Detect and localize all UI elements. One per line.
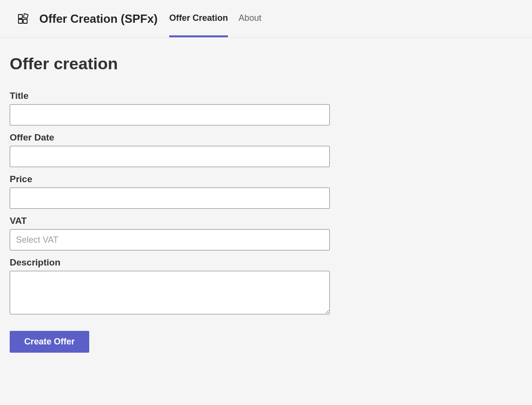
main-content: Offer creation Title Offer Date Price VA… <box>0 38 532 369</box>
app-title: Offer Creation (SPFx) <box>39 12 158 26</box>
price-label: Price <box>10 174 522 185</box>
form-group-price: Price <box>10 174 522 209</box>
app-extension-icon <box>17 13 29 25</box>
tab-offer-creation[interactable]: Offer Creation <box>169 0 228 37</box>
page-title: Offer creation <box>10 54 522 73</box>
create-offer-button[interactable]: Create Offer <box>10 331 89 353</box>
form-group-title: Title <box>10 91 522 125</box>
form-group-offer-date: Offer Date <box>10 132 522 167</box>
form-group-description: Description <box>10 257 522 316</box>
offer-date-label: Offer Date <box>10 132 522 143</box>
description-label: Description <box>10 257 522 268</box>
svg-rect-2 <box>23 19 27 23</box>
title-input[interactable] <box>10 104 330 125</box>
description-textarea[interactable] <box>10 271 330 314</box>
offer-date-input[interactable] <box>10 146 330 167</box>
app-header: Offer Creation (SPFx) Offer Creation Abo… <box>0 0 532 38</box>
header-tabs: Offer Creation About <box>169 0 261 37</box>
svg-rect-1 <box>18 19 22 23</box>
vat-select[interactable] <box>10 229 330 250</box>
title-label: Title <box>10 91 522 101</box>
price-input[interactable] <box>10 187 330 209</box>
svg-rect-0 <box>18 15 22 18</box>
svg-rect-3 <box>23 14 28 18</box>
tab-about[interactable]: About <box>239 0 261 37</box>
vat-label: VAT <box>10 216 522 226</box>
form-group-vat: VAT <box>10 216 522 250</box>
